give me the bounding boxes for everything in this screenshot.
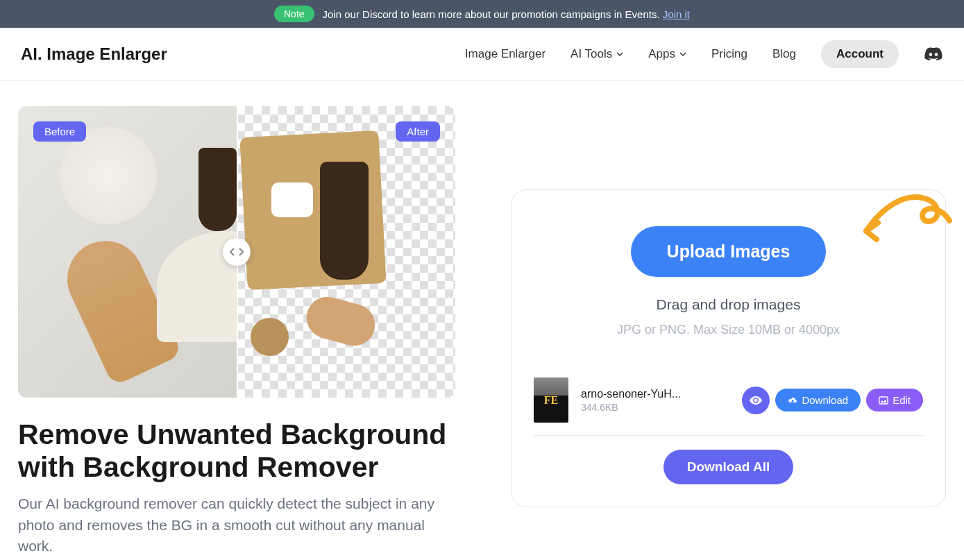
image-edit-icon (879, 396, 888, 405)
file-thumbnail[interactable]: FE (534, 377, 568, 423)
after-image (237, 106, 455, 398)
file-name: arno-senoner-YuH... (581, 388, 729, 400)
nav-header: AI. Image Enlarger Image Enlarger AI Too… (0, 28, 964, 81)
drop-text: Drag and drop images (534, 296, 923, 313)
nav-image-enlarger[interactable]: Image Enlarger (465, 47, 546, 61)
file-size: 344.6KB (581, 402, 729, 413)
edit-button[interactable]: Edit (866, 389, 923, 411)
before-badge: Before (33, 121, 86, 142)
before-image (18, 106, 237, 398)
page-subtext: Our AI background remover can quickly de… (18, 493, 455, 557)
promo-banner: Note Join our Discord to learn more abou… (0, 0, 964, 28)
svg-rect-0 (879, 397, 888, 404)
logo[interactable]: AI. Image Enlarger (21, 44, 167, 64)
spec-text: JPG or PNG. Max Size 10MB or 4000px (534, 323, 923, 337)
download-all-button[interactable]: Download All (663, 450, 794, 484)
file-row: FE arno-senoner-YuH... 344.6KB Download (534, 365, 923, 436)
page-headline: Remove Unwanted Background with Backgrou… (18, 418, 455, 484)
preview-button[interactable] (742, 387, 770, 414)
account-button[interactable]: Account (821, 40, 899, 68)
nav-pricing[interactable]: Pricing (711, 47, 747, 61)
join-link[interactable]: Join it (663, 8, 690, 20)
nav-apps[interactable]: Apps (648, 47, 686, 61)
file-info: arno-senoner-YuH... 344.6KB (581, 388, 729, 413)
note-badge: Note (274, 6, 314, 22)
discord-icon[interactable] (924, 47, 943, 61)
comparison-image[interactable]: Before After (18, 106, 455, 398)
nav-menu: Image Enlarger AI Tools Apps Pricing Blo… (465, 40, 943, 68)
right-section: Upload Images Drag and drop images JPG o… (511, 106, 946, 557)
main-content: Before After Remove Unwanted Background … (0, 81, 964, 560)
chevron-down-icon (616, 51, 623, 58)
chevron-down-icon (679, 51, 686, 58)
nav-ai-tools[interactable]: AI Tools (570, 47, 623, 61)
comparison-handle[interactable] (223, 238, 251, 266)
download-button[interactable]: Download (775, 389, 861, 411)
left-section: Before After Remove Unwanted Background … (18, 106, 455, 557)
cloud-download-icon (788, 396, 797, 405)
arrow-decoration-icon (863, 183, 953, 252)
eye-icon (750, 396, 762, 405)
banner-text: Join our Discord to learn more about our… (323, 8, 690, 20)
after-badge: After (396, 121, 440, 142)
upload-button[interactable]: Upload Images (631, 226, 827, 277)
nav-blog[interactable]: Blog (772, 47, 796, 61)
file-actions: Download Edit (742, 387, 923, 414)
